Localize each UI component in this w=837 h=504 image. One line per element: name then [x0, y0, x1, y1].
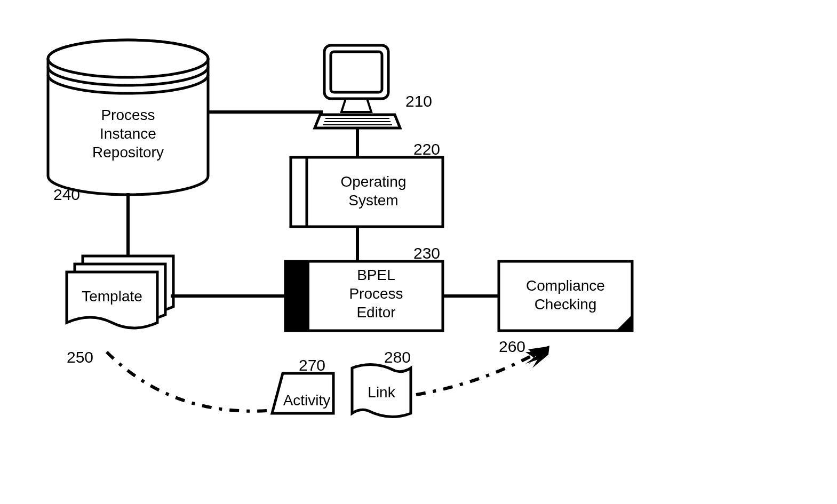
svg-rect-10 — [285, 261, 309, 331]
computer-node — [315, 45, 400, 128]
os-node: Operating System — [291, 157, 443, 227]
os-label-1: Operating — [341, 173, 406, 190]
template-node: Template — [67, 256, 173, 328]
diagram-canvas: Process Instance Repository 240 210 Oper… — [0, 0, 837, 504]
repository-label-3: Repository — [92, 144, 164, 161]
link-node: Link — [352, 365, 411, 417]
editor-label-1: BPEL — [357, 267, 395, 283]
repository-node: Process Instance Repository — [48, 40, 208, 195]
activity-ref: 270 — [299, 356, 325, 374]
svg-rect-3 — [331, 52, 382, 92]
os-label-2: System — [348, 192, 398, 209]
editor-label-2: Process — [349, 285, 403, 302]
editor-ref: 230 — [413, 244, 440, 262]
repository-label-1: Process — [101, 107, 155, 123]
link-ref: 280 — [384, 348, 411, 366]
computer-ref: 210 — [405, 92, 432, 110]
compliance-node: Compliance Checking — [499, 261, 632, 331]
editor-node: BPEL Process Editor — [285, 261, 443, 331]
repository-label-2: Instance — [100, 125, 156, 142]
activity-node: Activity — [272, 373, 333, 413]
template-label: Template — [82, 288, 142, 305]
svg-point-1 — [48, 40, 208, 77]
template-ref: 250 — [67, 348, 93, 366]
activity-label: Activity — [283, 392, 331, 409]
os-ref: 220 — [413, 140, 440, 158]
compliance-label-1: Compliance — [526, 277, 605, 294]
compliance-ref: 260 — [499, 338, 525, 355]
compliance-label-2: Checking — [535, 296, 597, 313]
link-label: Link — [368, 384, 395, 401]
editor-label-3: Editor — [356, 304, 395, 321]
repository-ref: 240 — [53, 186, 80, 203]
